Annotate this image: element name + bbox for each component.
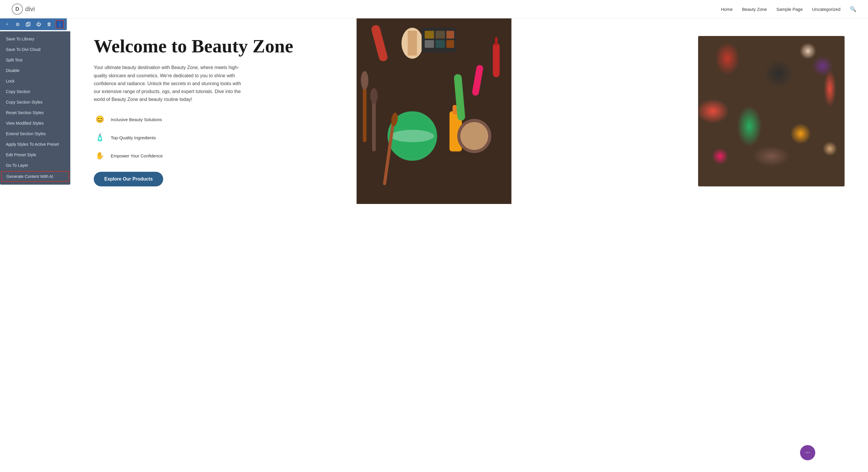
nav-link-sample[interactable]: Sample Page [776, 7, 803, 12]
logo-circle: D [12, 3, 23, 14]
menu-item-copy-section[interactable]: Copy Section [0, 86, 70, 97]
menu-item-save-cloud[interactable]: Save To Divi Cloud [0, 44, 70, 55]
menu-item-copy-section-styles[interactable]: Copy Section Styles [0, 97, 70, 107]
delete-icon[interactable]: 🗑 [45, 20, 53, 28]
cosmetics-image [698, 36, 844, 187]
menu-item-edit-preset-style[interactable]: Edit Preset Style [0, 149, 70, 160]
logo-text: divi [25, 5, 35, 13]
svg-rect-1 [27, 22, 30, 26]
svg-rect-0 [26, 23, 29, 26]
menu-item-go-to-layer[interactable]: Go To Layer [0, 160, 70, 171]
site-logo[interactable]: D divi [12, 3, 35, 14]
search-icon[interactable]: 🔍 [850, 6, 856, 12]
duplicate-icon[interactable] [24, 20, 32, 28]
settings-icon[interactable]: ⚙ [13, 20, 22, 28]
menu-item-apply-styles-preset[interactable]: Apply Styles To Active Preset [0, 139, 70, 149]
nav-link-home[interactable]: Home [721, 7, 733, 12]
menu-item-save-library[interactable]: Save To Library [0, 34, 70, 44]
nav-links: Home Beauty Zone Sample Page Uncategoriz… [721, 6, 856, 12]
menu-item-extend-section-styles[interactable]: Extend Section Styles [0, 129, 70, 139]
hero-image [698, 36, 844, 187]
floating-dots-icon: ··· [806, 449, 810, 456]
add-section-icon[interactable]: + [3, 20, 11, 28]
menu-item-disable[interactable]: Disable [0, 65, 70, 76]
page-content: + ⚙ ⏻ 🗑 ⋮ Save To Library Save To Divi C… [0, 19, 868, 204]
menu-item-lock[interactable]: Lock [0, 76, 70, 86]
nav-bar: D divi Home Beauty Zone Sample Page Unca… [0, 0, 868, 19]
floating-options-button[interactable]: ··· [800, 445, 815, 460]
builder-toolbar: + ⚙ ⏻ 🗑 ⋮ [0, 19, 67, 30]
menu-item-split-test[interactable]: Split Test [0, 55, 70, 65]
disable-icon[interactable]: ⏻ [35, 20, 43, 28]
menu-item-generate-ai[interactable]: Generate Content With AI [1, 171, 69, 182]
nav-link-uncategorized[interactable]: Uncategorized [812, 7, 840, 12]
nav-link-beauty[interactable]: Beauty Zone [742, 7, 767, 12]
more-options-icon[interactable]: ⋮ [56, 20, 64, 28]
hero-section: Welcome to Beauty Zone Your ultimate bea… [0, 19, 868, 204]
context-menu: Save To Library Save To Divi Cloud Split… [0, 31, 70, 184]
menu-item-reset-section-styles[interactable]: Reset Section Styles [0, 107, 70, 118]
menu-item-view-modified-styles[interactable]: View Modified Styles [0, 118, 70, 129]
